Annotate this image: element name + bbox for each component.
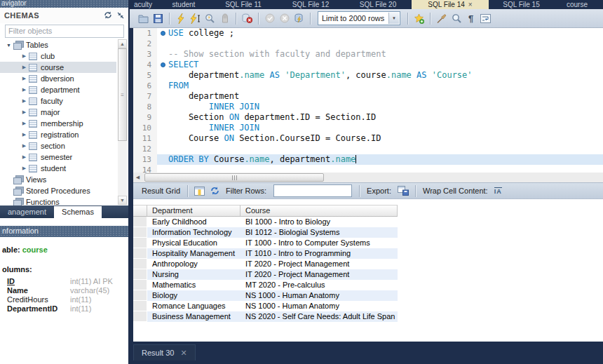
result-tab[interactable]: Result 30 ✕ [133,344,196,360]
tree-scrollbar[interactable]: ▲ ≡ ▼ [118,39,127,205]
hscrollbar-thumb[interactable] [144,173,324,182]
open-file-icon[interactable] [136,12,151,25]
row-header-cell[interactable] [133,227,147,238]
tree-item-tables[interactable]: ▼Tables [0,39,116,50]
chevron-down-icon[interactable]: ▼ [388,13,399,24]
grid-cell[interactable]: IT 2020 - Project Management [240,259,398,269]
refresh-schemas-icon[interactable] [104,9,112,22]
beautify-icon[interactable] [434,12,449,25]
tree-item-functions[interactable]: Functions [0,196,116,205]
save-snippet-icon[interactable] [412,12,426,25]
code-line-7[interactable]: 7 department [133,91,603,102]
grid-row[interactable]: Hospitality ManagementIT 1010 - Intro to… [133,248,398,259]
editor-tab-sql-file-20[interactable]: SQL File 20 [344,0,412,9]
scroll-down-icon[interactable]: ▼ [118,196,127,205]
grid-row[interactable]: Romance LanguagesNS 1000 - Human Anatomy [133,301,398,311]
row-header-cell[interactable] [133,259,147,269]
editor-tab-sql-file-12[interactable]: SQL File 12 [277,0,344,9]
expand-arrow-icon[interactable]: ▶ [20,154,29,160]
grid-row[interactable]: MathematicsMT 2020 - Pre-calculus [133,280,398,290]
result-grid-icon[interactable] [194,187,205,196]
collapse-panel-icon[interactable] [117,9,124,22]
scrollbar-thumb[interactable]: ≡ [118,48,127,141]
export-grid-icon[interactable] [398,186,409,196]
tree-item-dbversion[interactable]: ▶dbversion [0,73,116,84]
grid-cell[interactable]: Anthropology [147,259,240,269]
scroll-up-icon[interactable]: ▲ [118,39,127,48]
code-line-8[interactable]: 8 INNER JOIN [133,102,603,112]
result-grid[interactable]: DepartmentCourse Early ChildhoodBI 1000 … [133,205,398,322]
grid-cell[interactable]: BI 1000 - Intro to Biology [240,217,398,227]
grid-cell[interactable]: Biology [147,290,240,301]
code-line-5[interactable]: 5 department.name AS 'Department', cours… [133,70,603,81]
expand-arrow-icon[interactable]: ▶ [20,143,29,149]
expand-arrow-icon[interactable]: ▶ [20,166,29,171]
grid-cell[interactable]: BI 1012 - Biologial Systems [240,227,398,238]
code-line-13[interactable]: 13ORDER BY Course.name, department.name [133,154,603,165]
row-header-cell[interactable] [133,311,147,322]
grid-row[interactable]: Physical EducationIT 1000 - Intro to Com… [133,238,398,248]
find-icon[interactable] [449,12,463,25]
tree-item-registration[interactable]: ▶registration [0,129,116,140]
grid-cell[interactable]: NS 1000 - Human Anatomy [240,290,398,301]
grid-row[interactable]: Business ManagementNS 2020 - Self Care N… [133,311,398,322]
row-header-cell[interactable] [133,269,147,280]
invisibles-icon[interactable]: ¶ [463,12,478,25]
close-result-tab-icon[interactable]: ✕ [180,349,187,358]
code-line-4[interactable]: 4SELECT [133,60,603,70]
wrap-cell-icon[interactable]: IA [494,187,502,195]
tree-item-semester[interactable]: ▶semester [0,151,116,163]
grid-cell[interactable]: IT 1010 - Intro to Programming [240,248,398,259]
grid-row[interactable]: AnthropologyIT 2020 - Project Management [133,259,398,269]
expand-arrow-icon[interactable]: ▶ [20,121,29,126]
editor-tab-sql-file-11[interactable]: SQL File 11 [210,0,277,9]
editor-tab-sql-file-14[interactable]: SQL File 14× [412,0,489,9]
expand-arrow-icon[interactable]: ▶ [20,109,29,115]
wrap-lines-icon[interactable] [478,12,493,25]
tree-item-club[interactable]: ▶club [0,50,116,62]
editor-tab-sql-file-15[interactable]: SQL File 15 [489,0,554,9]
tree-item-course[interactable]: ▶course [0,62,116,73]
code-line-9[interactable]: 9 Section ON department.ID = Section.ID [133,112,603,123]
expand-arrow-icon[interactable]: ▶ [20,98,29,104]
row-header-cell[interactable] [133,280,147,290]
grid-cell[interactable]: Information Technology [147,227,240,238]
scroll-left-icon[interactable]: ◀ [133,173,142,182]
grid-cell[interactable]: IT 2020 - Project Management [240,269,398,280]
grid-cell[interactable]: MT 2020 - Pre-calculus [240,280,398,290]
row-header-cell[interactable] [133,238,147,248]
expand-arrow-icon[interactable]: ▶ [20,65,29,70]
expand-arrow-icon[interactable]: ▶ [20,132,29,137]
execute-current-icon[interactable] [188,12,203,25]
code-line-11[interactable]: 11 Course ON Section.CourseID = Course.I… [133,133,603,144]
expand-arrow-icon[interactable]: ▼ [4,43,13,48]
tree-item-faculty[interactable]: ▶faculty [0,95,116,107]
row-header-cell[interactable] [133,248,147,259]
grid-cell[interactable]: Mathematics [147,280,240,290]
tree-item-department[interactable]: ▶department [0,84,116,95]
expand-arrow-icon[interactable]: ▶ [20,87,29,93]
code-line-14[interactable]: 14 [133,165,603,173]
tab-schemas[interactable]: Schemas [54,206,102,218]
editor-tab-course[interactable]: course [554,0,600,9]
tree-item-stored-procedures[interactable]: Stored Procedures [0,185,116,196]
tree-item-section[interactable]: ▶section [0,140,116,151]
code-line-12[interactable]: 12 [133,144,603,154]
code-line-10[interactable]: 10 INNER JOIN [133,123,603,133]
grid-cell[interactable]: Business Management [147,311,240,322]
grid-cell[interactable]: Hospitality Management [147,248,240,259]
autocommit-icon[interactable] [292,12,306,25]
code-line-6[interactable]: 6FROM [133,81,603,91]
grid-row[interactable]: Early ChildhoodBI 1000 - Intro to Biolog… [133,217,398,227]
stop-on-error-icon[interactable] [240,12,255,25]
editor-tab-aculty[interactable]: aculty [128,0,158,9]
grid-row[interactable]: NursingIT 2020 - Project Management [133,269,398,280]
grid-cell[interactable]: IT 1000 - Intro to Computer Systems [240,238,398,248]
code-line-2[interactable]: 2 [133,39,603,49]
row-header-cell[interactable] [133,217,147,227]
limit-rows-dropdown[interactable]: Limit to 2000 rows ▼ [318,11,400,25]
save-icon[interactable] [151,12,165,25]
grid-cell[interactable]: NS 2020 - Self Care Needs: Adult Life Sp… [240,311,398,322]
tab-management[interactable]: anagement [0,206,54,218]
row-header-cell[interactable] [133,290,147,301]
